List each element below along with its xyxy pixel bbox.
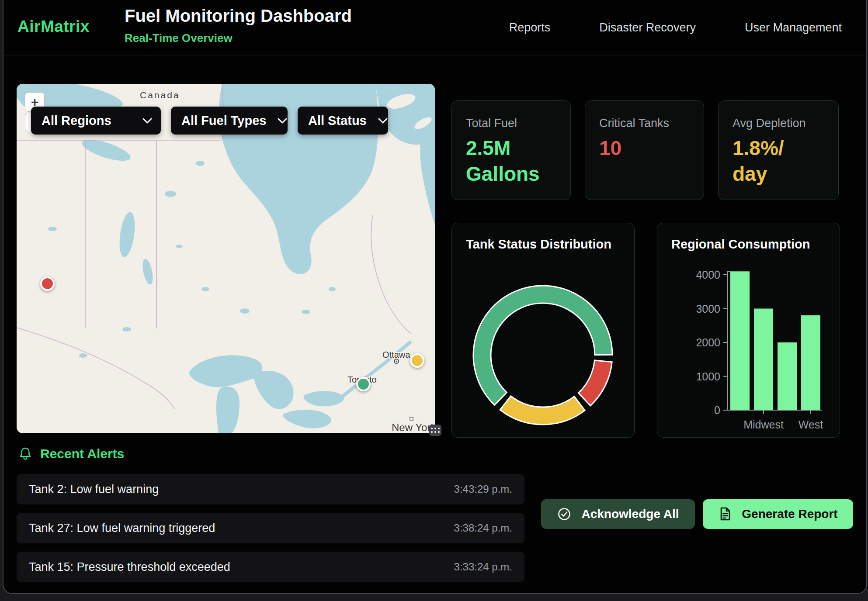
warning-tank-marker[interactable] [410,353,424,368]
alerts-header: Recent Alerts [18,446,124,461]
alert-row-2[interactable]: Tank 27: Low fuel warning triggered 3:38… [17,513,524,543]
stat-value-total-fuel: 2.5MGallons [466,135,556,187]
alert-row-1[interactable]: Tank 2: Low fuel warning 3:43:29 p.m. [17,474,524,504]
chevron-down-icon [142,118,152,124]
generate-report-label: Generate Report [742,507,837,521]
alert-time: 3:33:24 p.m. [454,561,512,573]
y-tick-label: 0 [714,404,720,416]
alert-time: 3:43:29 p.m. [454,483,512,495]
alerts-title: Recent Alerts [40,446,124,461]
document-icon [718,506,732,522]
alert-text: Tank 15: Pressure threshold exceeded [29,560,230,574]
y-tick-label: 3000 [696,303,720,315]
dashboard-viewport: AirMatrix Fuel Monitoring Dashboard Real… [0,0,868,601]
region-filter-value: All Regions [42,114,111,128]
critical-tank-marker[interactable] [40,276,55,291]
bar-0 [730,271,750,410]
page-title: Fuel Monitoring Dashboard [125,6,352,26]
stat-value-avg-depletion: 1.8%/day [733,135,824,187]
y-tick-label: 4000 [696,269,720,281]
donut-slice-critical [579,360,612,406]
map-label-new-york: New York [392,421,435,433]
regional-consumption-bar-chart: 01000200030004000MidwestWest [657,223,840,438]
map-filter-row: All Regions All Fuel Types All Status [31,107,388,135]
bar-1 [754,309,773,411]
nav-user-management[interactable]: User Management [745,21,842,35]
chevron-down-icon [378,118,388,124]
check-circle-icon [557,507,572,522]
header: AirMatrix Fuel Monitoring Dashboard Real… [3,0,867,55]
alert-time: 3:38:24 p.m. [454,522,512,534]
generate-report-button[interactable]: Generate Report [703,499,853,529]
stat-value-critical-tanks: 10 [599,135,690,161]
fuel-type-filter-dropdown[interactable]: All Fuel Types [171,107,288,135]
page-subtitle: Real-Time Overview [125,31,233,45]
map-label-country: Canada [140,90,180,100]
stat-card-total-fuel: Total Fuel 2.5MGallons [451,100,571,200]
main-nav: Reports Disaster Recovery User Managemen… [509,0,842,55]
chevron-down-icon [278,118,287,124]
nav-disaster-recovery[interactable]: Disaster Recovery [599,21,696,35]
map-resize-handle[interactable] [429,425,441,436]
normal-tank-marker[interactable] [356,377,371,391]
stat-card-avg-depletion: Avg Depletion 1.8%/day [718,100,839,200]
brand-logo: AirMatrix [17,17,90,36]
alert-text: Tank 2: Low fuel warning [29,483,159,496]
fuel-type-filter-value: All Fuel Types [181,114,266,128]
y-tick-label: 1000 [696,370,720,383]
nav-reports[interactable]: Reports [509,21,551,35]
bar-3 [801,315,820,410]
x-tick-label: Midwest [743,418,784,431]
tank-status-donut-chart [452,223,635,438]
tank-status-card: Tank Status Distribution [451,223,635,438]
regional-consumption-card: Regional Consumption 01000200030004000Mi… [657,223,840,438]
y-tick-label: 2000 [696,336,720,349]
x-tick-label: West [799,418,823,431]
alert-text: Tank 27: Low fuel warning triggered [29,522,215,535]
status-filter-value: All Status [308,114,367,128]
status-filter-dropdown[interactable]: All Status [298,107,388,135]
stat-label: Total Fuel [466,117,556,130]
stat-card-critical-tanks: Critical Tanks 10 [585,100,704,200]
fuel-tank-map[interactable]: Canada Ottawa Toronto New York + − All R… [17,84,435,433]
acknowledge-all-button[interactable]: Acknowledge All [541,499,695,529]
region-filter-dropdown[interactable]: All Regions [31,107,161,135]
stat-label: Critical Tanks [599,117,690,130]
bell-icon [18,446,32,461]
alert-row-3[interactable]: Tank 15: Pressure threshold exceeded 3:3… [17,552,524,582]
stat-label: Avg Depletion [733,117,824,130]
acknowledge-all-label: Acknowledge All [581,507,679,521]
bar-2 [778,342,797,410]
donut-slice-warning [500,396,585,425]
map-canvas: Canada Ottawa Toronto New York [17,84,435,433]
map-label-ottawa: Ottawa [382,350,410,359]
